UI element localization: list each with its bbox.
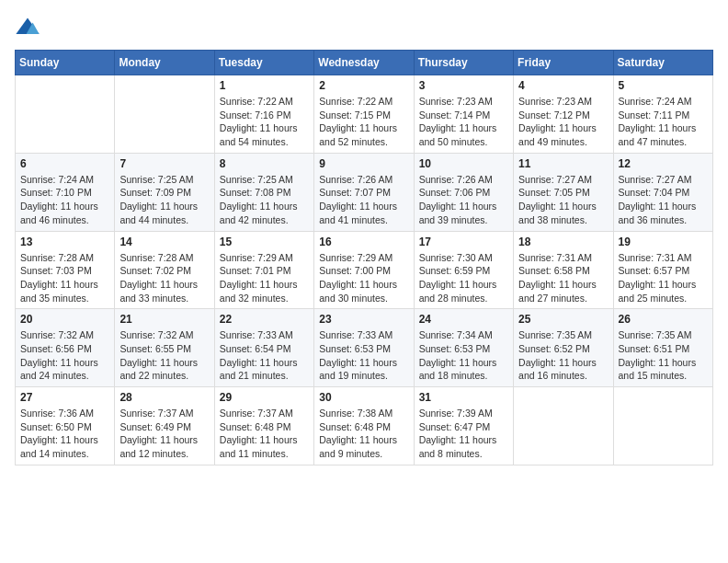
week-row-5: 27Sunrise: 7:36 AMSunset: 6:50 PMDayligh… bbox=[16, 387, 713, 465]
day-info: Sunrise: 7:37 AMSunset: 6:49 PMDaylight:… bbox=[119, 407, 209, 461]
day-number: 1 bbox=[220, 79, 309, 92]
day-number: 21 bbox=[119, 313, 209, 326]
header-cell-friday: Friday bbox=[514, 51, 613, 75]
day-cell: 19Sunrise: 7:31 AMSunset: 6:57 PMDayligh… bbox=[613, 231, 712, 309]
day-number: 26 bbox=[619, 313, 708, 326]
day-info: Sunrise: 7:24 AMSunset: 7:11 PMDaylight:… bbox=[619, 95, 708, 149]
day-info: Sunrise: 7:23 AMSunset: 7:14 PMDaylight:… bbox=[419, 95, 508, 149]
day-info: Sunrise: 7:31 AMSunset: 6:57 PMDaylight:… bbox=[619, 251, 708, 305]
day-number: 12 bbox=[619, 157, 708, 170]
day-info: Sunrise: 7:32 AMSunset: 6:55 PMDaylight:… bbox=[119, 328, 209, 383]
day-info: Sunrise: 7:26 AMSunset: 7:06 PMDaylight:… bbox=[419, 173, 508, 227]
day-number: 6 bbox=[20, 157, 109, 170]
day-info: Sunrise: 7:22 AMSunset: 7:16 PMDaylight:… bbox=[220, 95, 309, 149]
day-cell: 4Sunrise: 7:23 AMSunset: 7:12 PMDaylight… bbox=[514, 75, 613, 154]
day-info: Sunrise: 7:31 AMSunset: 6:58 PMDaylight:… bbox=[518, 251, 608, 305]
day-cell: 1Sunrise: 7:22 AMSunset: 7:16 PMDaylight… bbox=[214, 75, 313, 154]
day-cell: 5Sunrise: 7:24 AMSunset: 7:11 PMDaylight… bbox=[613, 75, 712, 154]
day-info: Sunrise: 7:33 AMSunset: 6:53 PMDaylight:… bbox=[319, 328, 408, 383]
day-cell: 17Sunrise: 7:30 AMSunset: 6:59 PMDayligh… bbox=[414, 231, 513, 309]
day-cell: 12Sunrise: 7:27 AMSunset: 7:04 PMDayligh… bbox=[613, 153, 712, 231]
day-cell: 14Sunrise: 7:28 AMSunset: 7:02 PMDayligh… bbox=[115, 231, 214, 309]
day-info: Sunrise: 7:33 AMSunset: 6:54 PMDaylight:… bbox=[220, 328, 309, 383]
day-cell bbox=[115, 75, 214, 154]
day-number: 5 bbox=[619, 79, 708, 92]
day-info: Sunrise: 7:25 AMSunset: 7:08 PMDaylight:… bbox=[220, 173, 309, 227]
day-cell: 23Sunrise: 7:33 AMSunset: 6:53 PMDayligh… bbox=[314, 309, 414, 387]
day-info: Sunrise: 7:23 AMSunset: 7:12 PMDaylight:… bbox=[518, 95, 608, 149]
day-cell: 18Sunrise: 7:31 AMSunset: 6:58 PMDayligh… bbox=[514, 231, 613, 309]
day-number: 29 bbox=[220, 391, 309, 404]
header-cell-sunday: Sunday bbox=[16, 51, 115, 75]
day-cell: 26Sunrise: 7:35 AMSunset: 6:51 PMDayligh… bbox=[613, 309, 712, 387]
header-cell-saturday: Saturday bbox=[613, 51, 712, 75]
calendar-table: SundayMondayTuesdayWednesdayThursdayFrid… bbox=[15, 50, 713, 465]
day-number: 2 bbox=[319, 79, 408, 92]
day-cell: 24Sunrise: 7:34 AMSunset: 6:53 PMDayligh… bbox=[414, 309, 513, 387]
day-cell: 3Sunrise: 7:23 AMSunset: 7:14 PMDaylight… bbox=[414, 75, 513, 154]
header-row: SundayMondayTuesdayWednesdayThursdayFrid… bbox=[16, 51, 713, 75]
page-header bbox=[15, 15, 713, 40]
day-cell bbox=[514, 387, 613, 465]
day-info: Sunrise: 7:27 AMSunset: 7:05 PMDaylight:… bbox=[518, 173, 608, 227]
calendar-body: 1Sunrise: 7:22 AMSunset: 7:16 PMDaylight… bbox=[16, 75, 713, 465]
day-number: 17 bbox=[419, 236, 508, 248]
day-number: 31 bbox=[419, 391, 508, 404]
day-info: Sunrise: 7:28 AMSunset: 7:02 PMDaylight:… bbox=[119, 251, 209, 305]
day-cell bbox=[613, 387, 712, 465]
day-number: 30 bbox=[319, 391, 408, 404]
week-row-2: 6Sunrise: 7:24 AMSunset: 7:10 PMDaylight… bbox=[16, 153, 713, 231]
day-info: Sunrise: 7:25 AMSunset: 7:09 PMDaylight:… bbox=[119, 173, 209, 227]
day-cell: 2Sunrise: 7:22 AMSunset: 7:15 PMDaylight… bbox=[314, 75, 414, 154]
day-cell: 10Sunrise: 7:26 AMSunset: 7:06 PMDayligh… bbox=[414, 153, 513, 231]
header-cell-monday: Monday bbox=[115, 51, 214, 75]
day-info: Sunrise: 7:24 AMSunset: 7:10 PMDaylight:… bbox=[20, 173, 109, 227]
day-number: 19 bbox=[619, 236, 708, 248]
day-number: 4 bbox=[518, 79, 608, 92]
day-cell: 15Sunrise: 7:29 AMSunset: 7:01 PMDayligh… bbox=[214, 231, 313, 309]
day-cell: 22Sunrise: 7:33 AMSunset: 6:54 PMDayligh… bbox=[214, 309, 313, 387]
day-info: Sunrise: 7:22 AMSunset: 7:15 PMDaylight:… bbox=[319, 95, 408, 149]
day-number: 13 bbox=[20, 236, 109, 248]
day-cell: 9Sunrise: 7:26 AMSunset: 7:07 PMDaylight… bbox=[314, 153, 414, 231]
day-number: 27 bbox=[20, 391, 109, 404]
day-cell: 7Sunrise: 7:25 AMSunset: 7:09 PMDaylight… bbox=[115, 153, 214, 231]
day-info: Sunrise: 7:34 AMSunset: 6:53 PMDaylight:… bbox=[419, 328, 508, 383]
day-number: 23 bbox=[319, 313, 408, 326]
day-number: 3 bbox=[419, 79, 508, 92]
day-number: 15 bbox=[220, 236, 309, 248]
day-info: Sunrise: 7:29 AMSunset: 7:01 PMDaylight:… bbox=[220, 251, 309, 305]
header-cell-thursday: Thursday bbox=[414, 51, 513, 75]
day-info: Sunrise: 7:38 AMSunset: 6:48 PMDaylight:… bbox=[319, 407, 408, 461]
day-cell: 8Sunrise: 7:25 AMSunset: 7:08 PMDaylight… bbox=[214, 153, 313, 231]
day-number: 9 bbox=[319, 157, 408, 170]
day-info: Sunrise: 7:37 AMSunset: 6:48 PMDaylight:… bbox=[220, 407, 309, 461]
day-cell: 29Sunrise: 7:37 AMSunset: 6:48 PMDayligh… bbox=[214, 387, 313, 465]
day-number: 20 bbox=[20, 313, 109, 326]
header-cell-wednesday: Wednesday bbox=[314, 51, 414, 75]
day-info: Sunrise: 7:26 AMSunset: 7:07 PMDaylight:… bbox=[319, 173, 408, 227]
day-info: Sunrise: 7:36 AMSunset: 6:50 PMDaylight:… bbox=[20, 407, 109, 461]
day-info: Sunrise: 7:28 AMSunset: 7:03 PMDaylight:… bbox=[20, 251, 109, 305]
logo bbox=[15, 15, 44, 40]
day-cell: 21Sunrise: 7:32 AMSunset: 6:55 PMDayligh… bbox=[115, 309, 214, 387]
day-number: 14 bbox=[119, 236, 209, 248]
day-info: Sunrise: 7:39 AMSunset: 6:47 PMDaylight:… bbox=[419, 407, 508, 461]
day-info: Sunrise: 7:32 AMSunset: 6:56 PMDaylight:… bbox=[20, 328, 109, 383]
day-info: Sunrise: 7:35 AMSunset: 6:51 PMDaylight:… bbox=[619, 328, 708, 383]
day-info: Sunrise: 7:29 AMSunset: 7:00 PMDaylight:… bbox=[319, 251, 408, 305]
header-cell-tuesday: Tuesday bbox=[214, 51, 313, 75]
day-number: 8 bbox=[220, 157, 309, 170]
day-number: 22 bbox=[220, 313, 309, 326]
day-number: 10 bbox=[419, 157, 508, 170]
day-cell: 28Sunrise: 7:37 AMSunset: 6:49 PMDayligh… bbox=[115, 387, 214, 465]
day-cell: 31Sunrise: 7:39 AMSunset: 6:47 PMDayligh… bbox=[414, 387, 513, 465]
day-cell bbox=[16, 75, 115, 154]
week-row-3: 13Sunrise: 7:28 AMSunset: 7:03 PMDayligh… bbox=[16, 231, 713, 309]
day-cell: 11Sunrise: 7:27 AMSunset: 7:05 PMDayligh… bbox=[514, 153, 613, 231]
week-row-1: 1Sunrise: 7:22 AMSunset: 7:16 PMDaylight… bbox=[16, 75, 713, 154]
week-row-4: 20Sunrise: 7:32 AMSunset: 6:56 PMDayligh… bbox=[16, 309, 713, 387]
day-number: 25 bbox=[518, 313, 608, 326]
day-number: 7 bbox=[119, 157, 209, 170]
day-number: 16 bbox=[319, 236, 408, 248]
